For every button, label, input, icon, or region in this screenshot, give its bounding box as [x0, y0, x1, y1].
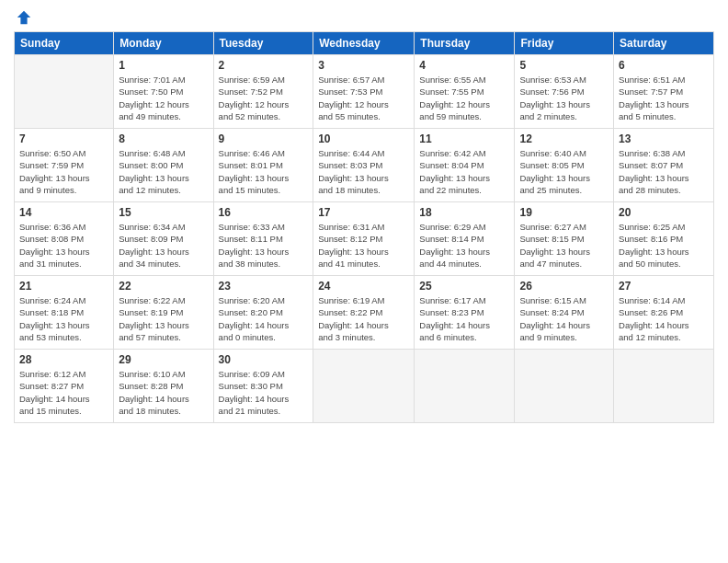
day-number: 18	[419, 206, 509, 219]
day-info: Sunrise: 6:38 AM Sunset: 8:07 PM Dayligh…	[619, 147, 709, 196]
day-number: 8	[119, 132, 208, 145]
calendar-cell: 24Sunrise: 6:19 AM Sunset: 8:22 PM Dayli…	[313, 276, 415, 350]
calendar-cell: 19Sunrise: 6:27 AM Sunset: 8:15 PM Dayli…	[515, 202, 614, 276]
day-header-monday: Monday	[114, 32, 213, 55]
page: SundayMondayTuesdayWednesdayThursdayFrid…	[0, 0, 728, 563]
day-info: Sunrise: 6:25 AM Sunset: 8:16 PM Dayligh…	[619, 221, 709, 270]
day-number: 14	[19, 206, 108, 219]
day-info: Sunrise: 6:55 AM Sunset: 7:55 PM Dayligh…	[419, 74, 509, 122]
svg-marker-0	[17, 11, 30, 24]
day-number: 22	[119, 280, 208, 293]
calendar-header-row: SundayMondayTuesdayWednesdayThursdayFrid…	[15, 32, 714, 55]
day-info: Sunrise: 6:48 AM Sunset: 8:00 PM Dayligh…	[119, 147, 208, 196]
day-number: 24	[318, 280, 409, 293]
day-info: Sunrise: 6:29 AM Sunset: 8:14 PM Dayligh…	[419, 221, 509, 270]
day-info: Sunrise: 6:10 AM Sunset: 8:28 PM Dayligh…	[119, 368, 208, 417]
day-info: Sunrise: 6:36 AM Sunset: 8:08 PM Dayligh…	[19, 221, 108, 270]
day-info: Sunrise: 6:34 AM Sunset: 8:09 PM Dayligh…	[119, 221, 208, 270]
day-number: 30	[219, 353, 309, 366]
calendar-week-row: 1Sunrise: 7:01 AM Sunset: 7:50 PM Daylig…	[15, 55, 714, 129]
day-number: 5	[519, 59, 609, 72]
day-info: Sunrise: 6:22 AM Sunset: 8:19 PM Dayligh…	[119, 294, 208, 343]
day-info: Sunrise: 6:14 AM Sunset: 8:26 PM Dayligh…	[619, 294, 709, 343]
calendar-cell: 9Sunrise: 6:46 AM Sunset: 8:01 PM Daylig…	[213, 129, 313, 202]
day-header-friday: Friday	[515, 32, 614, 55]
day-number: 23	[219, 280, 309, 293]
calendar-cell: 30Sunrise: 6:09 AM Sunset: 8:30 PM Dayli…	[213, 350, 313, 423]
calendar-cell: 4Sunrise: 6:55 AM Sunset: 7:55 PM Daylig…	[415, 55, 515, 129]
day-info: Sunrise: 6:46 AM Sunset: 8:01 PM Dayligh…	[219, 147, 309, 196]
day-number: 3	[318, 59, 409, 72]
day-info: Sunrise: 6:24 AM Sunset: 8:18 PM Dayligh…	[19, 294, 108, 343]
calendar-table: SundayMondayTuesdayWednesdayThursdayFrid…	[14, 31, 714, 423]
logo	[14, 9, 32, 26]
calendar-cell: 13Sunrise: 6:38 AM Sunset: 8:07 PM Dayli…	[614, 129, 714, 202]
day-number: 20	[619, 206, 709, 219]
calendar-cell: 15Sunrise: 6:34 AM Sunset: 8:09 PM Dayli…	[114, 202, 213, 276]
day-number: 21	[19, 280, 108, 293]
calendar-cell	[614, 350, 714, 423]
calendar-cell	[313, 350, 415, 423]
calendar-week-row: 21Sunrise: 6:24 AM Sunset: 8:18 PM Dayli…	[15, 276, 714, 350]
logo-icon	[16, 9, 32, 26]
calendar-cell: 21Sunrise: 6:24 AM Sunset: 8:18 PM Dayli…	[15, 276, 114, 350]
calendar-week-row: 28Sunrise: 6:12 AM Sunset: 8:27 PM Dayli…	[15, 350, 714, 423]
day-number: 6	[619, 59, 709, 72]
calendar-cell: 29Sunrise: 6:10 AM Sunset: 8:28 PM Dayli…	[114, 350, 213, 423]
calendar-cell: 2Sunrise: 6:59 AM Sunset: 7:52 PM Daylig…	[213, 55, 313, 129]
day-number: 28	[19, 353, 108, 366]
day-header-tuesday: Tuesday	[213, 32, 313, 55]
day-info: Sunrise: 6:59 AM Sunset: 7:52 PM Dayligh…	[219, 74, 309, 122]
day-number: 15	[119, 206, 208, 219]
calendar-cell	[415, 350, 515, 423]
calendar-cell	[15, 55, 114, 129]
day-number: 7	[19, 132, 108, 145]
day-info: Sunrise: 6:44 AM Sunset: 8:03 PM Dayligh…	[318, 147, 409, 196]
calendar-cell: 18Sunrise: 6:29 AM Sunset: 8:14 PM Dayli…	[415, 202, 515, 276]
day-header-saturday: Saturday	[614, 32, 714, 55]
calendar-cell: 16Sunrise: 6:33 AM Sunset: 8:11 PM Dayli…	[213, 202, 313, 276]
calendar-cell: 5Sunrise: 6:53 AM Sunset: 7:56 PM Daylig…	[515, 55, 614, 129]
day-info: Sunrise: 6:57 AM Sunset: 7:53 PM Dayligh…	[318, 74, 409, 122]
calendar-week-row: 7Sunrise: 6:50 AM Sunset: 7:59 PM Daylig…	[15, 129, 714, 202]
day-info: Sunrise: 6:50 AM Sunset: 7:59 PM Dayligh…	[19, 147, 108, 196]
day-info: Sunrise: 6:53 AM Sunset: 7:56 PM Dayligh…	[519, 74, 609, 122]
calendar-cell: 3Sunrise: 6:57 AM Sunset: 7:53 PM Daylig…	[313, 55, 415, 129]
day-info: Sunrise: 6:27 AM Sunset: 8:15 PM Dayligh…	[519, 221, 609, 270]
day-info: Sunrise: 6:19 AM Sunset: 8:22 PM Dayligh…	[318, 294, 409, 343]
day-info: Sunrise: 6:42 AM Sunset: 8:04 PM Dayligh…	[419, 147, 509, 196]
calendar-cell: 11Sunrise: 6:42 AM Sunset: 8:04 PM Dayli…	[415, 129, 515, 202]
day-header-wednesday: Wednesday	[313, 32, 415, 55]
calendar-week-row: 14Sunrise: 6:36 AM Sunset: 8:08 PM Dayli…	[15, 202, 714, 276]
day-number: 2	[219, 59, 309, 72]
day-number: 29	[119, 353, 208, 366]
day-info: Sunrise: 6:20 AM Sunset: 8:20 PM Dayligh…	[219, 294, 309, 343]
day-number: 16	[219, 206, 309, 219]
calendar-cell: 7Sunrise: 6:50 AM Sunset: 7:59 PM Daylig…	[15, 129, 114, 202]
calendar-cell: 25Sunrise: 6:17 AM Sunset: 8:23 PM Dayli…	[415, 276, 515, 350]
day-number: 19	[519, 206, 609, 219]
calendar-cell: 6Sunrise: 6:51 AM Sunset: 7:57 PM Daylig…	[614, 55, 714, 129]
day-info: Sunrise: 6:31 AM Sunset: 8:12 PM Dayligh…	[318, 221, 409, 270]
day-number: 25	[419, 280, 509, 293]
day-header-thursday: Thursday	[415, 32, 515, 55]
day-number: 13	[619, 132, 709, 145]
header	[14, 9, 714, 26]
day-number: 27	[619, 280, 709, 293]
day-info: Sunrise: 6:09 AM Sunset: 8:30 PM Dayligh…	[219, 368, 309, 417]
calendar-cell	[515, 350, 614, 423]
day-header-sunday: Sunday	[15, 32, 114, 55]
day-number: 26	[519, 280, 609, 293]
calendar-cell: 1Sunrise: 7:01 AM Sunset: 7:50 PM Daylig…	[114, 55, 213, 129]
day-info: Sunrise: 6:33 AM Sunset: 8:11 PM Dayligh…	[219, 221, 309, 270]
day-info: Sunrise: 6:51 AM Sunset: 7:57 PM Dayligh…	[619, 74, 709, 122]
calendar-cell: 23Sunrise: 6:20 AM Sunset: 8:20 PM Dayli…	[213, 276, 313, 350]
day-number: 11	[419, 132, 509, 145]
day-number: 12	[519, 132, 609, 145]
day-number: 9	[219, 132, 309, 145]
calendar-cell: 8Sunrise: 6:48 AM Sunset: 8:00 PM Daylig…	[114, 129, 213, 202]
day-info: Sunrise: 7:01 AM Sunset: 7:50 PM Dayligh…	[119, 74, 208, 122]
calendar-cell: 17Sunrise: 6:31 AM Sunset: 8:12 PM Dayli…	[313, 202, 415, 276]
day-number: 1	[119, 59, 208, 72]
day-number: 4	[419, 59, 509, 72]
